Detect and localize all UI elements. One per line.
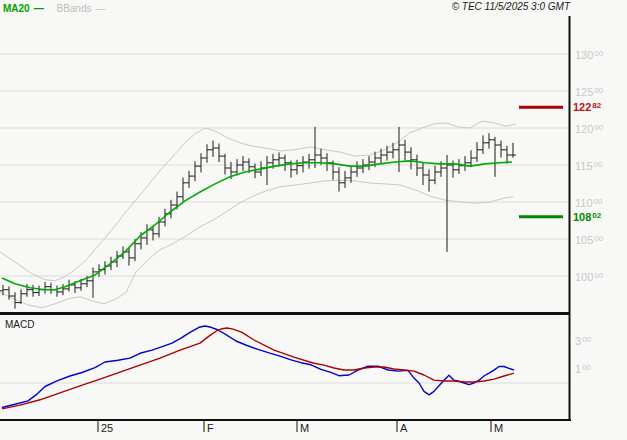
signal-line <box>2 328 514 409</box>
legend-bbands-dash: — <box>96 3 106 14</box>
time-axis-label: 25 <box>101 422 113 435</box>
time-axis-label: M <box>300 422 309 435</box>
time-axis-line <box>0 419 571 421</box>
time-axis-label: A <box>400 422 407 435</box>
panel-divider <box>0 312 570 315</box>
price-axis-label: 10500 <box>575 234 603 248</box>
support-price-label: 10802 <box>573 211 601 225</box>
price-axis-label: 12000 <box>575 123 603 137</box>
price-axis-label: 11000 <box>575 197 602 211</box>
resistance-price-label: 12282 <box>573 101 601 115</box>
chart-right-border <box>569 16 571 421</box>
chart-legend: MA20— BBands— <box>3 3 106 14</box>
time-axis-label: F <box>207 422 214 435</box>
price-axis-label: 11500 <box>575 160 602 174</box>
stock-chart: MA20— BBands— © TEC 11/5/2025 3:0 GMT MA… <box>0 0 627 440</box>
price-axis-label: 13000 <box>575 49 603 63</box>
legend-ma20-label: MA20 <box>3 3 30 14</box>
price-axis-label: 10000 <box>575 271 603 285</box>
legend-bbands-label: BBands <box>56 3 91 14</box>
bollinger-lower-band <box>0 180 513 308</box>
macd-line <box>2 326 514 408</box>
chart-canvas <box>0 0 627 440</box>
legend-ma20-dash: — <box>34 3 44 14</box>
copyright-stamp: © TEC 11/5/2025 3:0 GMT <box>390 1 570 12</box>
bollinger-upper-band <box>0 121 516 281</box>
macd-axis-label: 300 <box>575 335 591 349</box>
price-axis-label: 12500 <box>575 86 603 100</box>
macd-panel-label: MACD <box>5 319 34 330</box>
time-axis-label: M <box>494 422 503 435</box>
macd-axis-label: 100 <box>575 363 591 377</box>
